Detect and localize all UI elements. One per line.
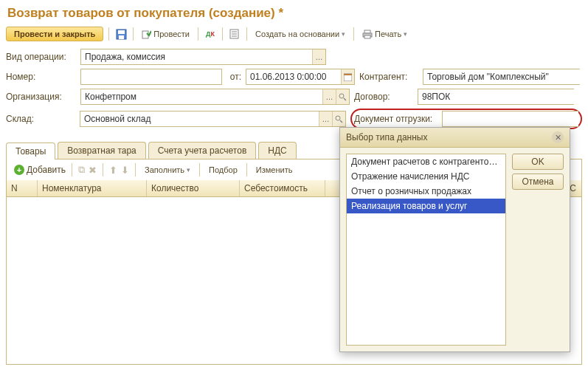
tab-accounts[interactable]: Счета учета расчетов [148, 142, 256, 159]
operation-input[interactable]: … [80, 49, 326, 65]
dialog-list[interactable]: Документ расчетов с контрагентом (... От… [346, 154, 506, 346]
print-button[interactable]: Печать ▾ [359, 28, 410, 41]
page-title: Возврат товаров от покупателя (создание)… [0, 0, 588, 25]
list-item[interactable]: Отражение начисления НДС [347, 169, 505, 184]
add-button[interactable]: + Добавить [14, 165, 66, 175]
provesti-label: Провести [153, 30, 190, 38]
date-field[interactable] [246, 69, 341, 84]
separator [246, 27, 247, 41]
svg-rect-10 [364, 35, 370, 38]
separator [72, 163, 72, 176]
add-label: Добавить [27, 165, 66, 175]
cancel-button[interactable]: Отмена [512, 174, 564, 190]
contract-label: Договор: [354, 92, 413, 102]
number-field[interactable] [81, 69, 221, 84]
delete-icon[interactable]: ✖ [89, 165, 97, 176]
col-n[interactable]: N [7, 180, 38, 196]
shipdoc-input[interactable] [442, 111, 578, 127]
separator [133, 27, 134, 41]
from-label: от: [226, 72, 241, 82]
col-qty[interactable]: Количество [147, 180, 240, 196]
fill-button[interactable]: Заполнить ▾ [142, 164, 193, 176]
separator [222, 27, 223, 41]
shipdoc-highlight: Документ отгрузки: [350, 109, 582, 129]
ellipsis-button[interactable]: … [312, 49, 325, 64]
chevron-down-icon: ▾ [342, 30, 345, 38]
create-on-basis-label: Создать на основании [255, 30, 339, 38]
svg-rect-2 [119, 35, 124, 39]
tab-goods[interactable]: Товары [6, 143, 55, 159]
svg-rect-8 [364, 30, 370, 33]
contract-field[interactable] [418, 89, 574, 104]
tab-vat[interactable]: НДС [258, 142, 296, 159]
separator [103, 163, 103, 176]
dk-icon[interactable]: ДК [204, 27, 217, 41]
svg-rect-12 [344, 74, 352, 75]
col-nomenclature[interactable]: Номенклатура [38, 180, 147, 196]
form-area: Вид операции: … Номер: от: Контрагент: О… [0, 46, 588, 136]
number-label: Номер: [6, 72, 76, 82]
provesti-button[interactable]: Провести [139, 28, 193, 41]
list-item[interactable]: Документ расчетов с контрагентом (... [347, 154, 505, 169]
warehouse-field[interactable] [80, 111, 319, 126]
dialog-titlebar[interactable]: Выбор типа данных ✕ [340, 128, 570, 148]
save-icon[interactable] [114, 27, 128, 41]
col-cost[interactable]: Себестоимость [240, 180, 325, 196]
organization-input[interactable]: … [80, 89, 350, 105]
list-item[interactable]: Реализация товаров и услуг [347, 199, 505, 213]
separator [198, 27, 198, 41]
fill-label: Заполнить [145, 165, 184, 174]
counterparty-input[interactable] [423, 69, 580, 85]
separator [353, 27, 354, 41]
operation-field[interactable] [81, 49, 312, 64]
plus-icon: + [14, 165, 24, 175]
warehouse-input[interactable]: … [80, 111, 346, 127]
svg-point-15 [336, 116, 340, 120]
contract-input[interactable] [418, 89, 574, 105]
dialog-buttons: OK Отмена [512, 154, 564, 346]
select-button[interactable]: Подбор [206, 164, 241, 176]
svg-line-14 [344, 98, 346, 100]
svg-point-13 [339, 94, 344, 98]
chevron-down-icon: ▾ [187, 166, 190, 174]
date-input[interactable] [246, 69, 355, 85]
main-toolbar: Провести и закрыть Провести ДК Создать н… [0, 25, 588, 46]
copy-icon[interactable]: ⧉ [78, 164, 85, 176]
arrow-down-icon[interactable]: ⬇ [121, 165, 129, 176]
search-icon[interactable] [332, 111, 345, 126]
shipdoc-field[interactable] [443, 111, 578, 126]
organization-field[interactable] [81, 89, 322, 104]
ellipsis-button[interactable]: … [322, 89, 336, 104]
ellipsis-button[interactable]: … [319, 111, 332, 126]
dialog-title-text: Выбор типа данных [346, 132, 427, 143]
tab-tara[interactable]: Возвратная тара [58, 142, 146, 159]
shipdoc-label: Документ отгрузки: [354, 114, 439, 124]
operation-label: Вид операции: [6, 52, 76, 62]
type-select-dialog: Выбор типа данных ✕ Документ расчетов с … [339, 127, 570, 352]
separator [108, 27, 109, 41]
submit-and-close-button[interactable]: Провести и закрыть [6, 27, 103, 41]
arrow-up-icon[interactable]: ⬆ [109, 165, 117, 176]
chevron-down-icon: ▾ [404, 30, 407, 38]
search-icon[interactable] [336, 89, 349, 104]
organization-label: Организация: [6, 92, 76, 102]
list-item[interactable]: Отчет о розничных продажах [347, 184, 505, 199]
calendar-icon[interactable] [341, 69, 354, 84]
number-input[interactable] [80, 69, 222, 85]
svg-line-16 [340, 120, 342, 123]
separator [135, 163, 136, 176]
separator [246, 163, 247, 176]
ok-button[interactable]: OK [512, 154, 564, 170]
change-button[interactable]: Изменить [253, 164, 296, 176]
counterparty-label: Контрагент: [359, 72, 418, 82]
separator [199, 163, 200, 176]
document-icon[interactable] [228, 27, 241, 41]
svg-rect-1 [118, 30, 125, 34]
close-icon[interactable]: ✕ [552, 131, 564, 143]
warehouse-label: Склад: [6, 114, 75, 124]
dialog-body: Документ расчетов с контрагентом (... От… [340, 148, 570, 351]
create-on-basis-button[interactable]: Создать на основании ▾ [252, 28, 348, 40]
counterparty-field[interactable] [423, 69, 580, 84]
print-label: Печать [375, 30, 401, 38]
